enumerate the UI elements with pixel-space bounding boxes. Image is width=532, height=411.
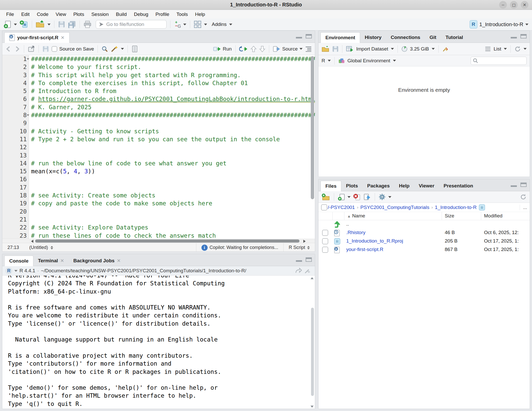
file-row-up[interactable]: .. bbox=[318, 220, 530, 229]
menu-tools[interactable]: Tools bbox=[173, 12, 191, 17]
import-dataset-icon[interactable] bbox=[346, 46, 354, 52]
environment-maximize-icon[interactable] bbox=[520, 34, 527, 38]
tab-viewer[interactable]: Viewer bbox=[414, 181, 439, 191]
scroll-left-icon[interactable] bbox=[31, 240, 33, 243]
save-workspace-icon[interactable] bbox=[332, 46, 338, 52]
tab-terminal[interactable]: Terminal✕ bbox=[33, 256, 69, 266]
file-name[interactable]: .. bbox=[346, 221, 349, 227]
file-name[interactable]: 1_Introduction_to_R.Rproj bbox=[346, 238, 403, 244]
minimize-button[interactable]: – bbox=[499, 1, 507, 9]
rerun-icon[interactable] bbox=[239, 46, 248, 52]
environment-search[interactable] bbox=[471, 57, 527, 65]
import-dataset-dropdown-icon[interactable] bbox=[391, 48, 394, 50]
source-on-save-checkbox[interactable] bbox=[52, 46, 57, 52]
import-dataset-button[interactable]: Import Dataset bbox=[356, 46, 388, 52]
file-checkbox[interactable] bbox=[322, 238, 328, 244]
scroll-right-icon[interactable] bbox=[303, 240, 306, 243]
cursor-position[interactable]: 27:13 bbox=[2, 243, 24, 252]
tab-environment[interactable]: Environment bbox=[321, 32, 360, 43]
tab-git[interactable]: Git bbox=[425, 32, 441, 43]
gear-dropdown-icon[interactable] bbox=[388, 196, 391, 198]
breadcrumb-segment[interactable]: /-PSYC2001 bbox=[328, 205, 355, 210]
files-maximize-icon[interactable] bbox=[520, 183, 527, 187]
source-button[interactable]: Source bbox=[273, 46, 303, 52]
language-dropdown-icon[interactable] bbox=[328, 60, 331, 62]
menu-plots[interactable]: Plots bbox=[70, 12, 88, 17]
code-tools-dropdown-icon[interactable] bbox=[121, 48, 124, 50]
file-checkbox[interactable] bbox=[322, 247, 328, 253]
find-icon[interactable] bbox=[101, 46, 108, 52]
addins-button[interactable]: Addins bbox=[212, 22, 227, 27]
tab-close-icon[interactable]: ✕ bbox=[61, 35, 64, 41]
breadcrumb-overflow-button[interactable]: ... bbox=[520, 205, 527, 210]
file-row[interactable]: R your-first-script.R 867 B Oct 17, 2025… bbox=[318, 246, 530, 254]
memory-usage-label[interactable]: 3.25 GiB bbox=[410, 46, 429, 52]
console-scroll-up-icon[interactable] bbox=[311, 277, 314, 279]
open-file-icon[interactable] bbox=[36, 20, 45, 29]
document-outline-icon[interactable] bbox=[305, 46, 312, 52]
source-on-save-toggle[interactable]: Source on Save bbox=[52, 46, 94, 52]
menu-file[interactable]: File bbox=[3, 12, 18, 17]
popout-icon[interactable] bbox=[28, 46, 35, 52]
file-row[interactable]: .Rhistory 46 B Oct 6, 2025, 12: bbox=[318, 229, 530, 237]
menu-help[interactable]: Help bbox=[191, 12, 209, 17]
go-next-section-icon[interactable] bbox=[259, 46, 265, 52]
pane-layout-dropdown-icon[interactable] bbox=[204, 24, 207, 25]
tab-your-first-script[interactable]: R your-first-script.R ✕ bbox=[4, 32, 70, 43]
r-logo-icon[interactable]: R bbox=[5, 267, 12, 274]
file-name[interactable]: .Rhistory bbox=[346, 230, 365, 235]
menu-build[interactable]: Build bbox=[112, 12, 130, 17]
language-selector[interactable]: R bbox=[322, 58, 325, 64]
r-version-dropdown-icon[interactable] bbox=[14, 270, 17, 272]
print-icon[interactable] bbox=[83, 20, 92, 29]
menu-profile[interactable]: Profile bbox=[152, 12, 173, 17]
file-type-selector[interactable]: R Script bbox=[283, 243, 315, 252]
tab-packages[interactable]: Packages bbox=[363, 181, 394, 191]
menu-edit[interactable]: Edit bbox=[18, 12, 33, 17]
environment-search-input[interactable] bbox=[480, 58, 521, 63]
tab-tutorial[interactable]: Tutorial bbox=[441, 32, 468, 43]
save-icon[interactable] bbox=[58, 20, 65, 29]
console-scroll-down-icon[interactable] bbox=[311, 406, 314, 408]
file-name[interactable]: your-first-script.R bbox=[346, 247, 383, 252]
tab-console[interactable]: Console bbox=[4, 256, 33, 266]
tab-history[interactable]: History bbox=[360, 32, 386, 43]
load-workspace-icon[interactable] bbox=[322, 46, 330, 52]
goto-file-search[interactable] bbox=[96, 20, 167, 29]
delete-file-icon[interactable] bbox=[353, 193, 361, 201]
new-folder-icon[interactable] bbox=[322, 193, 330, 201]
environment-minimize-icon[interactable] bbox=[511, 34, 517, 38]
back-icon[interactable] bbox=[5, 46, 12, 52]
tab-help[interactable]: Help bbox=[394, 181, 414, 191]
tab-background-jobs[interactable]: Background Jobs✕ bbox=[69, 256, 125, 266]
file-row[interactable]: R 1_Introduction_to_R.Rproj 205 B Oct 17… bbox=[318, 237, 530, 246]
environment-scope-selector[interactable]: Global Environment bbox=[347, 58, 390, 64]
forward-icon[interactable] bbox=[14, 46, 20, 52]
project-selector[interactable]: R 1_Introduction-to-R bbox=[470, 20, 528, 28]
column-header-name[interactable]: ▲ Name bbox=[347, 213, 365, 219]
version-control-icon[interactable]: +−G bbox=[174, 20, 181, 29]
show-directory-icon[interactable] bbox=[295, 268, 302, 274]
menu-view[interactable]: View bbox=[52, 12, 70, 17]
tab-connections[interactable]: Connections bbox=[386, 32, 425, 43]
fold-icon[interactable] bbox=[27, 58, 29, 60]
pane-layout-icon[interactable] bbox=[194, 20, 201, 29]
list-view-button[interactable]: List bbox=[494, 46, 501, 52]
menu-code[interactable]: Code bbox=[33, 12, 52, 17]
code-editor[interactable]: 1#######################################… bbox=[2, 55, 315, 239]
tab-files[interactable]: Files bbox=[321, 181, 341, 191]
open-file-dropdown-icon[interactable] bbox=[47, 24, 51, 25]
section-selector[interactable]: (Untitled) bbox=[24, 243, 58, 252]
go-prev-section-icon[interactable] bbox=[250, 46, 257, 52]
addins-dropdown-icon[interactable] bbox=[229, 24, 232, 25]
editor-vertical-scrollbar[interactable] bbox=[311, 56, 314, 199]
version-control-dropdown-icon[interactable] bbox=[183, 24, 186, 25]
copy-file-icon[interactable] bbox=[363, 193, 371, 201]
close-button[interactable]: ✕ bbox=[521, 1, 528, 9]
memory-dropdown-icon[interactable] bbox=[432, 48, 435, 50]
save-all-icon[interactable] bbox=[68, 20, 76, 29]
source-minimize-icon[interactable] bbox=[296, 34, 302, 38]
source-maximize-icon[interactable] bbox=[306, 34, 312, 38]
menu-session[interactable]: Session bbox=[88, 12, 112, 17]
list-view-dropdown-icon[interactable] bbox=[504, 48, 507, 50]
